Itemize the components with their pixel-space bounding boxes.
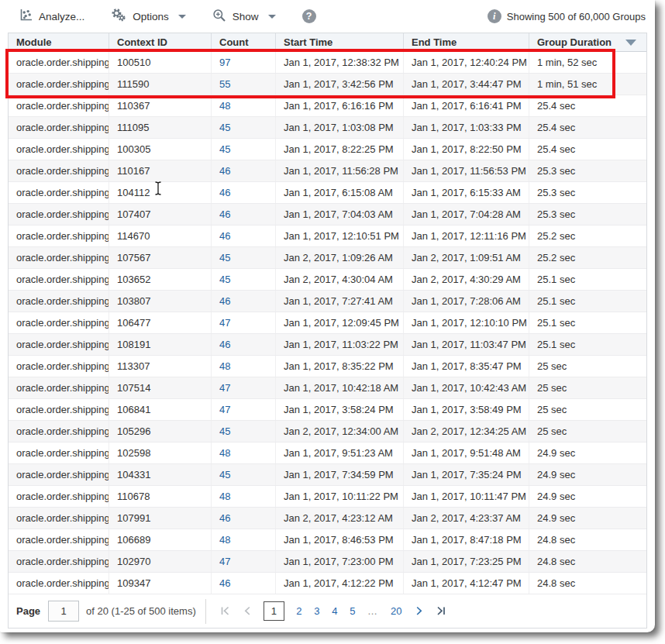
page-link-3[interactable]: 3 — [312, 605, 322, 617]
context-id-cell: 111095 — [109, 117, 212, 138]
start-time-cell: Jan 1, 2017, 8:35:22 PM — [276, 356, 404, 377]
count-link[interactable]: 45 — [212, 117, 276, 138]
count-link[interactable]: 46 — [212, 160, 276, 181]
previous-page-button[interactable] — [241, 604, 255, 618]
table-row[interactable]: oracle.order.shipping10756745Jan 2, 2017… — [9, 247, 646, 269]
table-row[interactable]: oracle.order.shipping10668948Jan 1, 2017… — [9, 529, 646, 551]
analyze-button[interactable]: Analyze... — [19, 9, 84, 25]
column-header-module[interactable]: Module — [9, 33, 109, 51]
options-menu-label: Options — [133, 11, 169, 22]
table-row[interactable]: oracle.order.shipping10433145Jan 1, 2017… — [9, 464, 646, 486]
table-row[interactable]: oracle.order.shipping10740746Jan 1, 2017… — [9, 204, 646, 226]
table-row[interactable]: oracle.order.shipping10684147Jan 1, 2017… — [9, 399, 646, 421]
table-row[interactable]: oracle.order.shipping10259848Jan 1, 2017… — [9, 443, 646, 464]
count-link[interactable]: 45 — [212, 464, 276, 485]
options-menu-button[interactable]: Options — [111, 8, 186, 25]
count-link[interactable]: 46 — [212, 508, 276, 529]
table-row[interactable]: oracle.order.shipping11159055Jan 1, 2017… — [9, 74, 646, 95]
table-row[interactable]: oracle.order.shipping11036748Jan 1, 2017… — [9, 95, 646, 117]
table-row[interactable]: oracle.order.shipping11330748Jan 1, 2017… — [9, 356, 646, 377]
table-row[interactable]: oracle.order.shipping10819146Jan 1, 2017… — [9, 334, 646, 356]
column-header-end-time[interactable]: End Time — [404, 33, 529, 51]
first-page-button[interactable] — [219, 604, 233, 618]
last-page-button[interactable] — [434, 604, 448, 618]
table-row[interactable]: oracle.order.shipping10799146Jan 2, 2017… — [9, 508, 646, 529]
table-row[interactable]: oracle.order.shipping10380746Jan 1, 2017… — [9, 291, 646, 312]
start-time-cell: Jan 1, 2017, 6:16:16 PM — [276, 95, 404, 116]
column-header-count[interactable]: Count — [212, 33, 276, 51]
count-link[interactable]: 47 — [212, 551, 276, 572]
count-link[interactable]: 48 — [212, 529, 276, 550]
table-row[interactable]: oracle.order.shipping10365245Jan 2, 2017… — [9, 269, 646, 291]
count-link[interactable]: 48 — [212, 443, 276, 463]
info-icon: i — [488, 9, 501, 23]
module-cell: oracle.order.shipping — [9, 117, 109, 138]
duration-cell: 25.4 sec — [529, 95, 646, 116]
module-cell: oracle.order.shipping — [9, 421, 109, 442]
context-id-cell: 106689 — [109, 529, 212, 550]
count-link[interactable]: 97 — [212, 52, 276, 73]
table-row[interactable]: oracle.order.shipping11067848Jan 1, 2017… — [9, 486, 646, 508]
table-row[interactable]: oracle.order.shipping11016746Jan 1, 2017… — [9, 160, 646, 182]
count-link[interactable]: 46 — [212, 291, 276, 312]
count-link[interactable]: 46 — [212, 334, 276, 355]
table-row[interactable]: oracle.order.shipping10647747Jan 1, 2017… — [9, 312, 646, 334]
count-link[interactable]: 46 — [212, 226, 276, 246]
context-id-cell: 107991 — [109, 508, 212, 529]
column-header-context-id[interactable]: Context ID — [109, 33, 212, 51]
table-row[interactable]: oracle.order.shipping10297047Jan 1, 2017… — [9, 551, 646, 573]
count-link[interactable]: 46 — [212, 182, 276, 203]
duration-cell: 25.1 sec — [529, 312, 646, 333]
module-cell: oracle.order.shipping — [9, 486, 109, 507]
count-link[interactable]: 47 — [212, 377, 276, 398]
context-id-cell: 106477 — [109, 312, 212, 333]
sort-descending-icon[interactable] — [625, 40, 636, 46]
column-header-group-duration[interactable]: Group Duration — [529, 33, 646, 51]
module-cell: oracle.order.shipping — [9, 74, 109, 95]
count-link[interactable]: 47 — [212, 312, 276, 333]
table-row[interactable]: oracle.order.shipping10051097Jan 1, 2017… — [9, 52, 646, 74]
help-button[interactable]: ? — [302, 9, 316, 23]
count-link[interactable]: 48 — [212, 356, 276, 377]
table-row[interactable]: oracle.order.shipping11109545Jan 1, 2017… — [9, 117, 646, 139]
table-row[interactable]: oracle.order.shipping10934746Jan 1, 2017… — [9, 573, 646, 594]
show-menu-button[interactable]: Show — [212, 9, 276, 25]
count-link[interactable]: 47 — [212, 399, 276, 420]
next-page-button[interactable] — [412, 604, 426, 618]
count-link[interactable]: 45 — [212, 421, 276, 442]
module-cell: oracle.order.shipping — [9, 160, 109, 181]
start-time-cell: Jan 2, 2017, 1:09:26 AM — [276, 247, 404, 268]
end-time-cell: Jan 2, 2017, 4:23:37 AM — [404, 508, 529, 529]
page-link-5[interactable]: 5 — [348, 605, 357, 617]
count-link[interactable]: 45 — [212, 269, 276, 290]
table-row[interactable]: oracle.order.shipping11467046Jan 1, 2017… — [9, 226, 646, 247]
duration-cell: 25 sec — [529, 377, 646, 398]
start-time-cell: Jan 1, 2017, 11:03:22 PM — [276, 334, 404, 355]
table-row[interactable]: oracle.order.shipping10529645Jan 2, 2017… — [9, 421, 646, 443]
table-row[interactable]: oracle.order.shipping10751447Jan 1, 2017… — [9, 377, 646, 399]
start-time-cell: Jan 1, 2017, 10:42:18 AM — [276, 377, 404, 398]
count-link[interactable]: 46 — [212, 573, 276, 594]
page-link-2[interactable]: 2 — [295, 605, 304, 617]
count-link[interactable]: 48 — [212, 486, 276, 507]
page-number-input[interactable] — [48, 601, 79, 622]
page-link-20[interactable]: 20 — [389, 605, 403, 617]
table-row[interactable]: oracle.order.shipping10411246Jan 1, 2017… — [9, 182, 646, 204]
count-link[interactable]: 46 — [212, 204, 276, 225]
table-header-row: Module Context ID Count Start Time End T… — [9, 33, 646, 52]
page-link-4[interactable]: 4 — [330, 605, 339, 617]
context-id-cell: 107567 — [109, 247, 212, 268]
count-link[interactable]: 55 — [212, 74, 276, 95]
context-id-cell: 103807 — [109, 291, 212, 312]
module-cell: oracle.order.shipping — [9, 95, 109, 116]
analyze-button-label: Analyze... — [39, 11, 84, 22]
count-link[interactable]: 48 — [212, 95, 276, 116]
context-id-cell: 113307 — [109, 356, 212, 377]
count-link[interactable]: 45 — [212, 247, 276, 268]
table-row[interactable]: oracle.order.shipping10030545Jan 1, 2017… — [9, 139, 646, 160]
count-link[interactable]: 45 — [212, 139, 276, 160]
end-time-cell: Jan 1, 2017, 10:11:47 PM — [404, 486, 529, 507]
context-id-cell: 103652 — [109, 269, 212, 290]
column-header-start-time[interactable]: Start Time — [276, 33, 404, 51]
module-cell: oracle.order.shipping — [9, 377, 109, 398]
